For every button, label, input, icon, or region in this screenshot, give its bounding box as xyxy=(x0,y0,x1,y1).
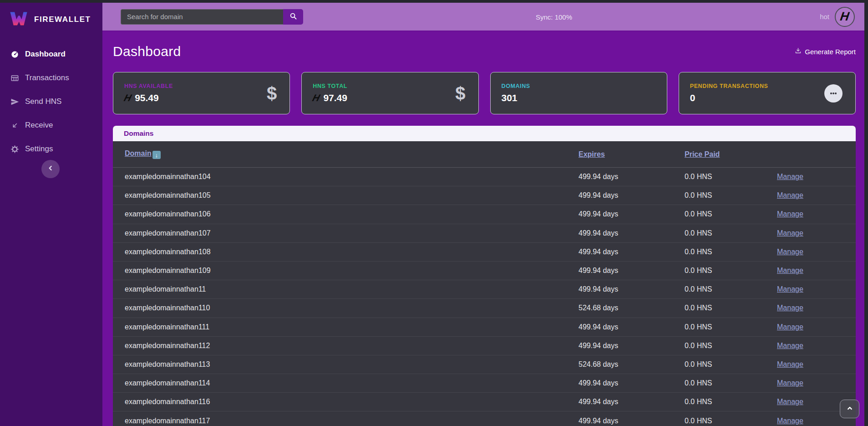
domain-row: exampledomainnathan110 524.68 days 0.0 H… xyxy=(113,299,856,318)
sidebar-item[interactable]: Transactions xyxy=(0,66,102,90)
column-sort-price[interactable]: Price Paid xyxy=(685,150,777,159)
manage-link[interactable]: Manage xyxy=(777,267,856,275)
generate-report-button[interactable]: Generate Report xyxy=(795,47,856,56)
manage-link[interactable]: Manage xyxy=(777,323,856,331)
sidebar-item-label: Dashboard xyxy=(25,50,66,59)
gear-icon xyxy=(10,144,19,154)
manage-link[interactable]: Manage xyxy=(777,342,856,350)
domain-expires: 499.94 days xyxy=(579,417,685,425)
stat-card-value: 97.49 xyxy=(323,92,347,103)
manage-link[interactable]: Manage xyxy=(777,173,856,181)
page-head: Dashboard Generate Report xyxy=(113,41,856,62)
domain-price: 0.0 HNS xyxy=(685,248,777,256)
sidebar-nav: Dashboard Transactions Send HNS Receive xyxy=(0,36,102,161)
domain-price: 0.0 HNS xyxy=(685,417,777,425)
sidebar-item[interactable]: Dashboard xyxy=(0,42,102,66)
domain-name: exampledomainnathan106 xyxy=(125,210,579,218)
sync-status: Sync: 100% xyxy=(536,13,572,21)
stat-card: PENDING TRANSACTIONS 0 xyxy=(679,72,856,114)
column-sort-expires[interactable]: Expires xyxy=(579,150,685,159)
manage-link[interactable]: Manage xyxy=(777,304,856,312)
stat-card: HNS TOTAL H 97.49 $ xyxy=(301,72,478,114)
domains-table-header: Domain↓ Expires Price Paid xyxy=(113,141,856,168)
sidebar-item-label: Settings xyxy=(25,144,53,154)
domain-expires: 499.94 days xyxy=(579,285,685,293)
domain-price: 0.0 HNS xyxy=(685,323,777,331)
search-button[interactable] xyxy=(283,9,303,25)
handshake-logo-icon: H xyxy=(839,10,850,24)
manage-link[interactable]: Manage xyxy=(777,229,856,237)
domain-name: exampledomainnathan117 xyxy=(125,417,579,425)
gauge-icon xyxy=(10,50,19,59)
stat-card: HNS AVAILABLE H 95.49 $ xyxy=(113,72,290,114)
topbar: Sync: 100% hot H xyxy=(102,3,864,31)
hns-icon: H xyxy=(312,92,321,103)
domain-price: 0.0 HNS xyxy=(685,342,777,350)
domain-price: 0.0 HNS xyxy=(685,360,777,369)
sidebar-collapse-button[interactable] xyxy=(41,160,60,178)
domains-table: Domain↓ Expires Price Paid exampledomain… xyxy=(113,141,856,426)
page-title: Dashboard xyxy=(113,44,181,59)
stat-card-value: 0 xyxy=(690,92,695,103)
manage-link[interactable]: Manage xyxy=(777,379,856,387)
domain-name: exampledomainnathan110 xyxy=(125,304,579,312)
domain-price: 0.0 HNS xyxy=(685,173,777,181)
stat-cards: HNS AVAILABLE H 95.49 $ HNS TOTAL xyxy=(113,72,856,114)
sidebar-item[interactable]: Receive xyxy=(0,113,102,137)
domain-price: 0.0 HNS xyxy=(685,285,777,293)
manage-link[interactable]: Manage xyxy=(777,191,856,200)
domain-row: exampledomainnathan105 499.94 days 0.0 H… xyxy=(113,186,856,205)
firewallet-logo-icon xyxy=(9,10,28,29)
manage-link[interactable]: Manage xyxy=(777,248,856,256)
domain-price: 0.0 HNS xyxy=(685,229,777,237)
manage-link[interactable]: Manage xyxy=(777,360,856,369)
domain-price: 0.0 HNS xyxy=(685,304,777,312)
content: Dashboard Generate Report HNS AVAILABLE … xyxy=(102,31,864,426)
stat-card-label: HNS AVAILABLE xyxy=(124,83,173,89)
domains-panel: Domains Domain↓ Expires Price Paid xyxy=(113,126,856,426)
ellipsis-icon[interactable] xyxy=(824,84,843,103)
wallet-avatar[interactable]: H xyxy=(835,7,855,27)
sidebar: FIREWALLET Dashboard Transactions Send H… xyxy=(0,3,102,426)
domain-expires: 499.94 days xyxy=(579,267,685,275)
sidebar-item-label: Receive xyxy=(25,121,53,130)
domain-expires: 524.68 days xyxy=(579,360,685,369)
domain-name: exampledomainnathan113 xyxy=(125,360,579,369)
chevron-left-icon xyxy=(47,164,54,174)
brand: FIREWALLET xyxy=(0,3,102,36)
domain-row: exampledomainnathan111 499.94 days 0.0 H… xyxy=(113,318,856,337)
wallet-name: hot xyxy=(820,13,829,21)
sidebar-item[interactable]: Settings xyxy=(0,137,102,161)
hns-logo-icon: H xyxy=(311,92,321,103)
stat-card-label: DOMAINS xyxy=(502,83,530,89)
domain-price: 0.0 HNS xyxy=(685,379,777,387)
domain-price: 0.0 HNS xyxy=(685,210,777,218)
sort-descending-icon: ↓ xyxy=(152,151,161,159)
domain-row: exampledomainnathan104 499.94 days 0.0 H… xyxy=(113,168,856,186)
main-column: Sync: 100% hot H Dashboard Generate Repo… xyxy=(102,3,864,426)
manage-link[interactable]: Manage xyxy=(777,210,856,218)
domain-row: exampledomainnathan108 499.94 days 0.0 H… xyxy=(113,243,856,262)
domain-name: exampledomainnathan109 xyxy=(125,267,579,275)
dollar-sign-icon: $ xyxy=(455,84,465,103)
domain-name: exampledomainnathan107 xyxy=(125,229,579,237)
download-icon xyxy=(795,47,802,56)
domain-name: exampledomainnathan111 xyxy=(125,323,579,331)
stat-card: DOMAINS 301 xyxy=(490,72,667,114)
sidebar-item[interactable]: Send HNS xyxy=(0,90,102,113)
scroll-to-top-button[interactable] xyxy=(840,400,859,418)
domain-row: exampledomainnathan107 499.94 days 0.0 H… xyxy=(113,224,856,243)
domain-expires: 499.94 days xyxy=(579,248,685,256)
search-icon xyxy=(289,12,297,21)
domain-row: exampledomainnathan11 499.94 days 0.0 HN… xyxy=(113,280,856,299)
dollar-icon: $ xyxy=(267,84,277,103)
domain-expires: 524.68 days xyxy=(579,304,685,312)
domain-row: exampledomainnathan112 499.94 days 0.0 H… xyxy=(113,337,856,355)
domains-panel-header: Domains xyxy=(113,126,856,141)
column-sort-domain[interactable]: Domain xyxy=(125,149,152,157)
manage-link[interactable]: Manage xyxy=(777,285,856,293)
domain-row: exampledomainnathan114 499.94 days 0.0 H… xyxy=(113,374,856,393)
domain-price: 0.0 HNS xyxy=(685,191,777,200)
ellipsis-icon xyxy=(824,84,843,103)
search-input[interactable] xyxy=(121,9,283,25)
